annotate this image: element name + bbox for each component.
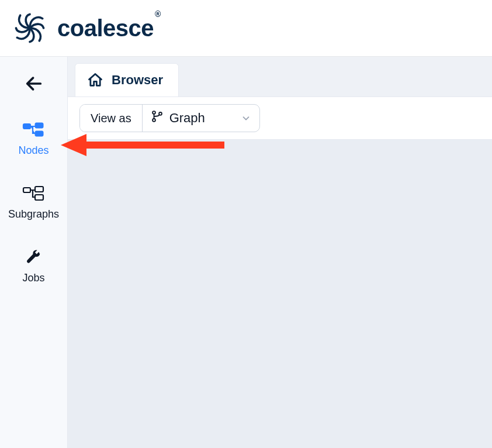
tab-bar: Browser bbox=[68, 57, 492, 97]
brand-logo-icon bbox=[13, 11, 47, 45]
viewas-prefix-label: View as bbox=[80, 105, 143, 132]
svg-rect-0 bbox=[23, 124, 30, 129]
chevron-down-icon bbox=[241, 113, 251, 123]
sidebar-item-jobs[interactable]: Jobs bbox=[0, 245, 67, 288]
svg-point-8 bbox=[159, 112, 162, 115]
browser-toolbar: View as Graph bbox=[68, 97, 492, 140]
sidebar-item-subgraphs[interactable]: Subgraphs bbox=[0, 181, 67, 224]
nodes-icon bbox=[22, 121, 46, 139]
svg-rect-4 bbox=[35, 187, 43, 192]
sidebar-item-label: Subgraphs bbox=[8, 208, 59, 220]
wrench-icon bbox=[22, 249, 46, 266]
subgraphs-icon bbox=[22, 185, 46, 202]
home-icon bbox=[87, 72, 103, 88]
tab-label: Browser bbox=[112, 73, 163, 88]
main-panel: Browser View as Graph bbox=[68, 57, 492, 448]
branch-icon bbox=[151, 110, 164, 126]
viewas-value[interactable]: Graph bbox=[143, 105, 259, 132]
arrow-left-icon bbox=[24, 74, 44, 94]
svg-rect-5 bbox=[35, 195, 43, 200]
viewas-value-text: Graph bbox=[169, 111, 205, 126]
graph-canvas[interactable] bbox=[68, 140, 492, 448]
viewas-select[interactable]: View as Graph bbox=[79, 104, 260, 132]
svg-rect-1 bbox=[35, 123, 43, 128]
app-header: coalesce® bbox=[0, 0, 492, 57]
svg-point-6 bbox=[153, 111, 155, 114]
app-body: Nodes Subgraphs Jobs bbox=[0, 57, 492, 448]
sidebar-item-label: Nodes bbox=[18, 144, 48, 157]
sidebar-item-nodes[interactable]: Nodes bbox=[0, 118, 67, 160]
sidebar: Nodes Subgraphs Jobs bbox=[0, 57, 68, 448]
brand-registered-icon: ® bbox=[155, 9, 161, 19]
back-button[interactable] bbox=[21, 71, 47, 97]
brand-wordmark: coalesce® bbox=[57, 15, 160, 42]
svg-rect-3 bbox=[23, 188, 30, 192]
svg-rect-2 bbox=[35, 131, 43, 136]
tab-browser[interactable]: Browser bbox=[75, 63, 179, 97]
sidebar-item-label: Jobs bbox=[22, 272, 44, 284]
brand-name-text: coalesce bbox=[57, 15, 154, 41]
svg-point-7 bbox=[153, 119, 155, 122]
